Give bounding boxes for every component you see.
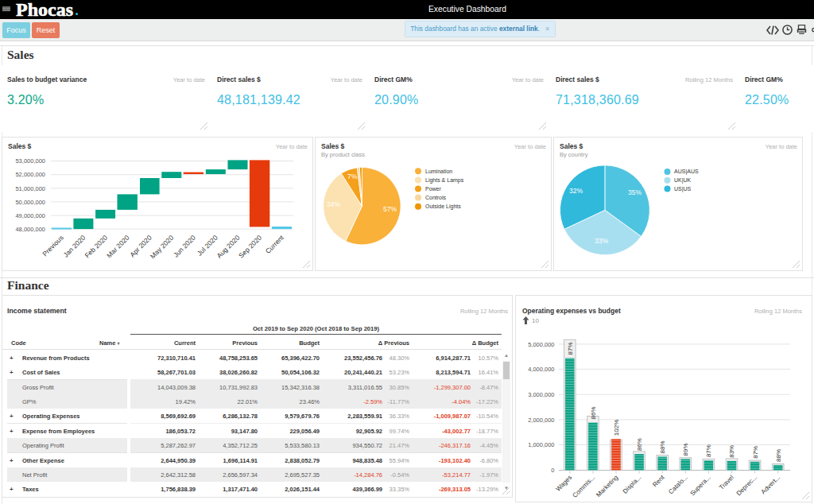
svg-text:4,000,000: 4,000,000 [528,366,554,373]
svg-text:UK|UK: UK|UK [674,177,692,184]
svg-text:Deprec...: Deprec... [735,474,758,497]
svg-text:Wages: Wages [554,474,573,493]
svg-text:57%: 57% [383,205,397,213]
svg-text:May 2020: May 2020 [149,234,176,261]
svg-text:Supera...: Supera... [688,474,711,497]
svg-text:32%: 32% [569,187,583,195]
svg-text:Power: Power [425,186,442,192]
svg-text:53,000,000: 53,000,000 [15,157,45,165]
svg-text:Lumination: Lumination [425,169,452,174]
svg-text:89%: 89% [682,443,689,456]
svg-text:88%: 88% [659,440,666,453]
svg-text:87%: 87% [567,342,574,355]
svg-text:7%: 7% [347,173,358,180]
svg-text:Lights & Lamps: Lights & Lamps [425,177,464,184]
svg-text:52,000,000: 52,000,000 [15,171,45,178]
svg-text:Jan 2020: Jan 2020 [62,234,87,259]
svg-text:Advert...: Advert... [760,474,781,495]
svg-text:Feb 2020: Feb 2020 [83,234,110,260]
svg-text:Catalo...: Catalo... [667,474,688,495]
svg-text:Aug 2020: Aug 2020 [215,234,242,260]
svg-text:49,000,000: 49,000,000 [15,212,45,219]
svg-text:1,000,000: 1,000,000 [528,441,554,448]
svg-text:0: 0 [551,467,554,474]
svg-text:Displa...: Displa... [622,474,643,495]
svg-text:Commis...: Commis... [571,474,596,499]
svg-text:33%: 33% [595,237,608,245]
svg-text:86%: 86% [590,406,597,419]
svg-text:Rent: Rent [651,474,666,489]
svg-text:87%: 87% [752,446,759,459]
svg-text:Jun 2020: Jun 2020 [172,234,197,259]
svg-text:50,000,000: 50,000,000 [15,199,45,206]
svg-text:Sep 2020: Sep 2020 [237,234,263,260]
svg-text:Marketing: Marketing [595,474,619,498]
svg-text:Outside Lights: Outside Lights [425,204,461,210]
svg-text:86%: 86% [636,438,643,451]
svg-text:Controls: Controls [425,195,447,200]
svg-text:3,000,000: 3,000,000 [528,391,554,398]
svg-text:Previous: Previous [41,234,64,258]
svg-text:Mar 2020: Mar 2020 [105,234,131,260]
svg-text:102%: 102% [613,420,620,436]
svg-text:Travel: Travel [718,474,735,491]
svg-text:2,000,000: 2,000,000 [528,417,554,424]
svg-text:48,000,000: 48,000,000 [15,226,45,233]
svg-text:35%: 35% [628,188,642,196]
svg-text:US|US: US|US [674,186,692,192]
svg-text:83%: 83% [729,445,736,458]
svg-text:87%: 87% [705,444,712,457]
svg-text:AUS|AUS: AUS|AUS [674,169,699,175]
svg-text:34%: 34% [327,200,340,208]
svg-text:51,000,000: 51,000,000 [15,185,45,192]
svg-text:5,000,000: 5,000,000 [528,341,554,348]
svg-text:88%: 88% [775,449,782,462]
svg-text:Current: Current [264,233,286,255]
